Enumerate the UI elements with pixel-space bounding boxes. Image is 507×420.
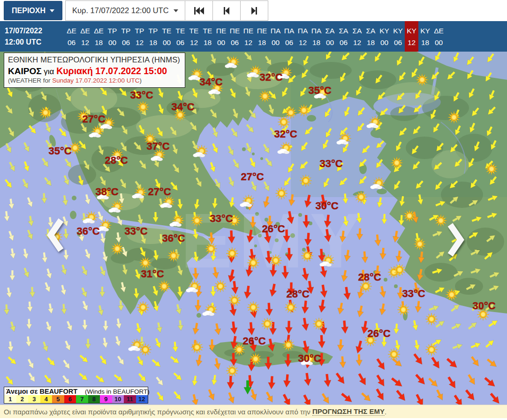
- temperature-label: 31°C: [141, 268, 164, 280]
- timeline-cell[interactable]: ΣΑ18: [364, 21, 378, 52]
- timeline-cell[interactable]: ΠΕ00: [214, 21, 228, 52]
- timeline-cell[interactable]: ΚΥ00: [378, 21, 391, 52]
- temperature-label: 37°C: [146, 140, 169, 152]
- forecast-info-box: ΕΘΝΙΚΗ ΜΕΤΕΩΡΟΛΟΓΙΚΗ ΥΠΗΡΕΣΙΑ (HNMS) ΚΑΙ…: [4, 53, 185, 88]
- temperature-label: 32°C: [274, 128, 297, 140]
- agency-title: ΕΘΝΙΚΗ ΜΕΤΕΩΡΟΛΟΓΙΚΗ ΥΠΗΡΕΣΙΑ (HNMS): [8, 55, 180, 65]
- beaufort-cell: 2: [16, 395, 29, 403]
- timeline-cell[interactable]: ΣΑ06: [337, 21, 350, 52]
- beaufort-cell: 8: [88, 395, 100, 403]
- temperature-label: 35°C: [308, 84, 331, 96]
- timeline-cell[interactable]: ΚΥ12: [405, 21, 418, 52]
- skip-to-start-button[interactable]: [185, 0, 213, 21]
- emy-forecast-link[interactable]: ΠΡΟΓΝΩΣΗ ΤΗΣ ΕΜΥ: [312, 407, 385, 416]
- beaufort-cell: 7: [76, 395, 88, 403]
- datetime-dropdown-label: Κυρ. 17/07/2022 12:00 UTC: [72, 6, 169, 15]
- beaufort-cell: 4: [40, 395, 53, 403]
- timeline-cell[interactable]: ΔΕ18: [92, 21, 106, 52]
- toolbar: ΠΕΡΙΟΧΗ Κυρ. 17/07/2022 12:00 UTC: [0, 0, 507, 21]
- temperature-label: 30°C: [298, 352, 321, 364]
- disclaimer-footer: Οι παραπάνω χάρτες είναι προϊόντα αριθμη…: [0, 405, 507, 418]
- chevron-right-icon: [446, 221, 466, 258]
- temperature-label: 33°C: [124, 225, 147, 237]
- temperature-label: 27°C: [82, 113, 105, 125]
- beaufort-cell: 5: [52, 395, 64, 403]
- timeline-cell[interactable]: ΤΡ06: [119, 21, 133, 52]
- timeline-cell[interactable]: ΠΕ06: [228, 21, 242, 52]
- step-forward-icon: [250, 6, 259, 15]
- skip-to-start-icon: [193, 6, 205, 15]
- step-back-button[interactable]: [212, 0, 241, 21]
- temperature-label: 33°C: [130, 89, 153, 101]
- beaufort-cell: 1: [4, 395, 16, 403]
- timeline-cell[interactable]: ΣΑ12: [350, 21, 364, 52]
- beaufort-legend: Άνεμοι σε BEAUFORT (Winds in BEAUFORT) 1…: [4, 387, 148, 404]
- timeline-cell[interactable]: ΔΕ06: [65, 21, 78, 52]
- next-map-button[interactable]: [446, 221, 466, 258]
- timeline-cell[interactable]: ΤΡ00: [106, 21, 119, 52]
- temperature-label: 28°C: [358, 271, 381, 283]
- timeline-cell[interactable]: ΚΥ06: [391, 21, 405, 52]
- beaufort-cell: 6: [64, 395, 76, 403]
- temperature-label: 34°C: [171, 101, 194, 113]
- region-dropdown-label: ΠΕΡΙΟΧΗ: [12, 7, 45, 15]
- beaufort-cell: 3: [28, 395, 40, 403]
- temperature-label: 33°C: [210, 213, 233, 224]
- temperature-label: 33°C: [402, 288, 425, 299]
- temperature-label: 33°C: [319, 158, 342, 169]
- beaufort-legend-title: Άνεμοι σε BEAUFORT (Winds in BEAUFORT): [4, 387, 148, 395]
- timeline-cell[interactable]: ΔΕ12: [78, 21, 92, 52]
- timeline-cell[interactable]: ΤΡ12: [133, 21, 146, 52]
- temperature-label: 28°C: [286, 288, 309, 300]
- timeline-cell[interactable]: ΤΡ18: [146, 21, 160, 52]
- timeline-cell[interactable]: ΤΕ06: [174, 21, 187, 52]
- timeline-cell[interactable]: ΠΑ18: [310, 21, 323, 52]
- timeline-cell[interactable]: ΔΕ00: [432, 21, 446, 52]
- temperature-label: 32°C: [259, 71, 282, 83]
- region-dropdown-button[interactable]: ΠΕΡΙΟΧΗ: [4, 1, 62, 20]
- temperature-label: 36°C: [76, 225, 99, 237]
- disclaimer-text: Οι παραπάνω χάρτες είναι προϊόντα αριθμη…: [4, 408, 312, 416]
- timeline-cell[interactable]: ΚΥ18: [418, 21, 432, 52]
- timeline-columns: ΔΕ06ΔΕ12ΔΕ18ΤΡ00ΤΡ06ΤΡ12ΤΡ18ΤΕ00ΤΕ06ΤΕ12…: [65, 21, 446, 52]
- weather-map: ΕΜΥ 34°C32°C33°C35°C34°C27°C32°C37°C35°C…: [0, 52, 507, 405]
- previous-map-button[interactable]: [46, 217, 67, 253]
- chevron-left-icon: [46, 217, 67, 253]
- timeline-current-datetime: 17/07/2022 12:00 UTC: [0, 21, 62, 52]
- temperature-label: 30°C: [315, 200, 338, 212]
- temperature-label: 27°C: [241, 171, 264, 183]
- datetime-dropdown-button[interactable]: Κυρ. 17/07/2022 12:00 UTC: [65, 0, 185, 21]
- timeline-utc-time: 12:00 UTC: [5, 37, 62, 48]
- step-back-icon: [222, 6, 231, 15]
- timeline-cell[interactable]: ΣΑ00: [323, 21, 337, 52]
- temperature-label: 26°C: [367, 328, 390, 339]
- timeline-cell[interactable]: ΠΑ06: [282, 21, 296, 52]
- beaufort-cell: 9: [100, 395, 112, 403]
- timeline-cell[interactable]: ΠΕ12: [242, 21, 255, 52]
- chevron-down-icon: [174, 9, 178, 12]
- temperature-label: 28°C: [105, 154, 128, 166]
- beaufort-cell: 12: [136, 395, 148, 403]
- forecast-timeline: 17/07/2022 12:00 UTC ΔΕ06ΔΕ12ΔΕ18ΤΡ00ΤΡ0…: [0, 21, 507, 52]
- temperature-label: 36°C: [162, 232, 185, 244]
- forecast-local-datetime: ΚΑΙΡΟΣ για Κυριακή 17.07.2022 15:00: [8, 65, 180, 77]
- step-forward-button[interactable]: [240, 0, 268, 21]
- hnms-weather-app: ΠΕΡΙΟΧΗ Κυρ. 17/07/2022 12:00 UTC: [0, 0, 507, 420]
- temperature-label: 34°C: [199, 76, 222, 88]
- timeline-cell[interactable]: ΠΕ18: [255, 21, 269, 52]
- temperature-label: 26°C: [262, 223, 285, 235]
- temperature-label: 35°C: [48, 145, 71, 157]
- beaufort-cell: 11: [124, 395, 136, 403]
- timeline-cell[interactable]: ΠΑ12: [296, 21, 310, 52]
- timeline-cell[interactable]: ΤΕ12: [187, 21, 201, 52]
- temperature-label: 30°C: [472, 300, 495, 312]
- timeline-date: 17/07/2022: [5, 25, 62, 37]
- temperature-label: 38°C: [95, 186, 118, 198]
- timeline-cell[interactable]: ΤΕ18: [201, 21, 214, 52]
- timeline-cell[interactable]: ΤΕ00: [160, 21, 174, 52]
- beaufort-scale: 123456789101112: [4, 395, 148, 403]
- beaufort-cell: 10: [112, 395, 124, 403]
- temperature-label: 27°C: [148, 186, 171, 198]
- chevron-down-icon: [50, 9, 54, 12]
- timeline-cell[interactable]: ΠΑ00: [269, 21, 282, 52]
